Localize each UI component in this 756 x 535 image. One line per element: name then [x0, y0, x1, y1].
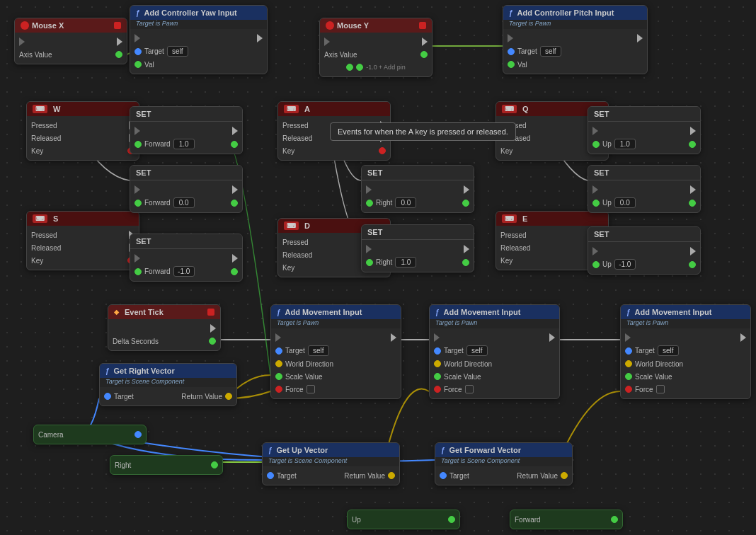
blueprint-canvas[interactable]: Mouse X Axis Value: [0, 0, 756, 535]
am1-scale-row: Scale Value: [271, 370, 401, 383]
am1-world-row: World Direction: [271, 357, 401, 370]
am1-subtitle: Target is Pawn: [271, 319, 401, 328]
am2-force-label: Force: [444, 386, 462, 393]
forward-label: Forward: [515, 516, 541, 524]
sf2-body: Forward 0.0: [130, 180, 242, 212]
my-axis-pin[interactable]: [420, 51, 428, 58]
event-tick-header: ◆ Event Tick: [108, 305, 220, 319]
am2-subtitle: Target is Pawn: [430, 319, 559, 328]
am2-scale-label: Scale Value: [444, 373, 481, 381]
am1-force-checkbox: [307, 385, 315, 393]
sf3-val-pin: [134, 268, 142, 275]
am2-exec-in: [434, 333, 440, 342]
yaw-target-label: Target: [144, 47, 164, 55]
key-e-icon: ⌨: [502, 214, 517, 223]
su2-exec-out: [690, 185, 696, 194]
am2-world-label: World Direction: [444, 360, 492, 368]
key-w-body: Pressed Released Key: [27, 116, 139, 160]
grv-title: Get Right Vector: [114, 367, 175, 375]
pitch-self-value: self: [540, 46, 561, 57]
key-w-header: ⌨ W: [27, 102, 139, 116]
up-body: Up: [348, 510, 459, 529]
event-tick-title: Event Tick: [125, 308, 164, 316]
add-move2-node: ƒ Add Movement Input Target is Pawn Targ…: [429, 304, 560, 399]
axis-value-pin[interactable]: [115, 51, 122, 58]
su1-exec-row: [588, 125, 700, 137]
key-e-header: ⌨ E: [496, 212, 608, 226]
su3-title: SET: [594, 230, 609, 238]
su3-exec-out: [690, 247, 696, 255]
am3-title: Add Movement Input: [635, 308, 712, 316]
kw-key-row: Key: [27, 144, 139, 157]
key-s-body: Pressed Released Key: [27, 226, 139, 270]
am3-target-pin: [625, 347, 632, 355]
pitch-val-label: Val: [517, 61, 527, 69]
forward-row: Forward: [510, 513, 622, 526]
ka-key-row: Key: [278, 144, 390, 157]
am3-world-pin: [625, 360, 632, 367]
kd-pressed-label: Pressed: [282, 238, 309, 246]
ks-key-row: Key: [27, 254, 139, 267]
tick-delta-label: Delta Seconds: [113, 338, 159, 345]
sr2-out-pin: [462, 259, 469, 266]
sf3-header: SET: [130, 234, 242, 249]
am1-body: Target self World Direction Scale Value: [271, 328, 401, 398]
guv-return-pin: [388, 472, 395, 479]
sr1-header: SET: [362, 166, 474, 180]
add-move1-node: ƒ Add Movement Input Target is Pawn Targ…: [270, 304, 401, 399]
camera-row: Camera: [34, 428, 146, 441]
sf2-forward-label: Forward: [144, 199, 171, 207]
sf3-title: SET: [136, 237, 151, 246]
key-w-node: ⌨ W Pressed Released Key: [26, 101, 139, 161]
key-d-title: D: [304, 222, 310, 230]
sr1-val-pin: [366, 200, 373, 207]
am3-target-row: Target self: [621, 344, 750, 357]
su2-out-pin: [689, 200, 696, 207]
sr1-title: SET: [367, 168, 382, 177]
su1-exec-out: [690, 127, 696, 135]
yaw-val-row: Val: [130, 58, 267, 71]
gfv-target-pin: [440, 472, 447, 479]
axis-value-label: Axis Value: [19, 51, 52, 59]
right-body: Right: [110, 456, 222, 474]
add-pitch-subtitle: Target is Pawn: [503, 20, 647, 29]
ka-key-pin: [379, 147, 386, 154]
am3-self-val: self: [658, 345, 679, 356]
sf1-out-pin: [231, 141, 238, 148]
am3-exec-in: [625, 333, 631, 342]
sr2-exec-in: [366, 245, 372, 253]
su1-header: SET: [588, 107, 700, 122]
key-s-icon: ⌨: [33, 214, 47, 223]
mouse-x-node: Mouse X Axis Value: [14, 18, 127, 64]
tooltip-box: Events for when the A key is pressed or …: [330, 122, 516, 141]
pitch-target-row: Target self: [503, 45, 647, 58]
sr1-out-pin: [462, 200, 469, 207]
key-w-icon: ⌨: [33, 105, 47, 113]
mouse-x-title: Mouse X: [32, 21, 64, 30]
add-pitch-node: ƒ Add Controller Pitch Input Target is P…: [503, 5, 648, 74]
am2-header: ƒ Add Movement Input: [430, 305, 559, 319]
add-yaw-node: ƒ Add Controller Yaw Input Target is Paw…: [130, 5, 268, 74]
am3-subtitle: Target is Pawn: [621, 319, 750, 328]
sr1-exec-row: [362, 183, 474, 196]
tooltip-text: Events for when the A key is pressed or …: [338, 127, 508, 136]
set-forward2-node: SET Forward 0.0: [130, 165, 243, 213]
yaw-target-pin: [134, 48, 142, 55]
yaw-val-pin: [134, 61, 142, 68]
yaw-exec-in: [134, 34, 140, 42]
set-up2-node: SET Up 0.0: [588, 165, 701, 213]
yaw-self-value: self: [167, 46, 188, 57]
pitch-exec-row: [503, 32, 647, 45]
ks-released-row: Released: [27, 241, 139, 254]
am3-header: ƒ Add Movement Input: [621, 305, 750, 319]
ks-released-label: Released: [31, 244, 61, 252]
my-add-pin[interactable]: + Add pin: [379, 64, 406, 71]
up-row: Up: [348, 513, 459, 526]
mouse-y-node: Mouse Y Axis Value: [319, 18, 433, 77]
forward-body: Forward: [510, 510, 622, 529]
sr2-header: SET: [362, 225, 474, 240]
am2-self-val: self: [466, 345, 488, 356]
add-move3-node: ƒ Add Movement Input Target is Pawn Targ…: [620, 304, 751, 399]
ks-pressed-row: Pressed: [27, 229, 139, 241]
su3-val-row: Up -1.0: [588, 258, 700, 271]
